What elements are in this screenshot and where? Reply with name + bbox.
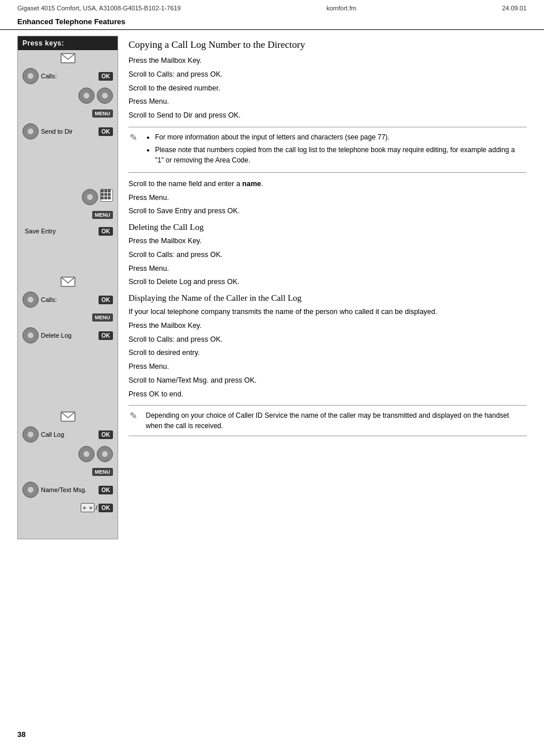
note-icon-2: ✎ bbox=[130, 410, 137, 421]
copy-title: Copying a Call Log Number to the Directo… bbox=[129, 39, 527, 51]
call-log-row: Call Log OK bbox=[18, 425, 118, 444]
delete-title: Deleting the Call Log bbox=[129, 222, 527, 232]
copy-note-box: ✎ For more information about the input o… bbox=[129, 127, 527, 173]
nav-pad-3 bbox=[97, 88, 113, 104]
nav-pad-9 bbox=[78, 446, 95, 462]
press-keys-panel: Press keys: Calls: OK bbox=[17, 36, 118, 539]
send-to-dir-label: Send to Dir bbox=[41, 128, 73, 135]
main-content: Press keys: Calls: OK bbox=[0, 36, 544, 539]
slash-ok: / OK bbox=[81, 503, 113, 512]
delete-step-1: Press the Mailbox Key. bbox=[129, 236, 527, 247]
call-log-label: Call Log bbox=[41, 431, 64, 438]
delete-log-label: Delete Log bbox=[41, 332, 71, 339]
ok-btn-send-to-dir: OK bbox=[99, 127, 113, 136]
copy-step-5: Scroll to Send to Dir and press OK. bbox=[129, 110, 527, 121]
mailbox-key-row-1 bbox=[18, 50, 118, 66]
display-step-6: Press OK to end. bbox=[129, 389, 527, 400]
save-entry-label: Save Entry bbox=[25, 228, 56, 235]
display-note: Depending on your choice of Caller ID Se… bbox=[146, 410, 521, 431]
nav-pad-8 bbox=[22, 426, 39, 443]
mailbox-key-row-2 bbox=[18, 274, 118, 290]
copy-note-1: For more information about the input of … bbox=[155, 132, 521, 142]
menu-btn-4: MENU bbox=[92, 468, 114, 476]
nav-pad-1 bbox=[22, 68, 39, 84]
display-intro: If your local telephone company transmit… bbox=[129, 307, 527, 317]
keyboard-icon bbox=[100, 189, 113, 202]
display-step-1: Press the Mailbox Key. bbox=[129, 320, 527, 331]
page-header: Gigaset 4015 Comfort, USA, A31008-G4015-… bbox=[0, 0, 544, 14]
nav-pad-7 bbox=[22, 327, 39, 343]
display-step-5: Scroll to Name/Text Msg. and press OK. bbox=[129, 375, 527, 386]
menu-row-1: MENU bbox=[18, 105, 118, 122]
nav-pad-6 bbox=[22, 292, 39, 308]
delete-log-row: Delete Log OK bbox=[18, 326, 118, 345]
calls-label-1: Calls: bbox=[41, 73, 57, 80]
delete-step-3: Press Menu. bbox=[129, 263, 527, 274]
copy-step-3: Scroll to the desired number. bbox=[129, 83, 527, 94]
copy-step-1: Press the Mailbox Key. bbox=[129, 55, 527, 66]
menu-btn-1: MENU bbox=[92, 109, 114, 118]
header-center: komfort.fm bbox=[326, 5, 356, 12]
calls-row-2: Calls: OK bbox=[18, 290, 118, 309]
ok-btn-delete-log: OK bbox=[99, 331, 113, 340]
mailbox-key-row-3 bbox=[18, 409, 118, 425]
delete-step-4: Scroll to Delete Log and press OK. bbox=[129, 277, 527, 288]
send-to-dir-row: Send to Dir OK bbox=[18, 122, 118, 141]
menu-row-4: MENU bbox=[18, 464, 118, 480]
mailbox-icon-2 bbox=[61, 277, 75, 287]
ok-btn-calls-1: OK bbox=[99, 72, 113, 81]
display-note-content: Depending on your choice of Caller ID Se… bbox=[146, 410, 521, 431]
display-step-2: Scroll to Calls: and press OK. bbox=[129, 334, 527, 345]
slash-text: / bbox=[96, 504, 97, 511]
nav-pad-inner-1 bbox=[28, 73, 33, 79]
menu-btn-2: MENU bbox=[92, 211, 114, 219]
header-left: Gigaset 4015 Comfort, USA, A31008-G4015-… bbox=[17, 5, 181, 12]
copy-note-content: For more information about the input of … bbox=[146, 132, 521, 168]
nav-pad-4 bbox=[22, 123, 39, 139]
mailbox-icon-3 bbox=[61, 411, 75, 422]
dual-nav-1 bbox=[78, 88, 113, 104]
nav-pad-5 bbox=[82, 189, 98, 205]
header-right: 24.09.01 bbox=[502, 5, 527, 12]
calls-label-2: Calls: bbox=[41, 296, 57, 303]
spacer-2 bbox=[18, 239, 118, 274]
press-keys-header: Press keys: bbox=[18, 36, 118, 50]
spacer-bottom bbox=[18, 516, 118, 539]
tape-icon bbox=[81, 503, 95, 512]
name-bold: name bbox=[242, 180, 261, 188]
nav-pad-11 bbox=[22, 482, 39, 498]
instructions-panel: Copying a Call Log Number to the Directo… bbox=[129, 36, 527, 539]
nav-pad-2 bbox=[78, 88, 95, 104]
dual-nav-2 bbox=[82, 189, 113, 205]
mailbox-icon-1 bbox=[61, 53, 75, 63]
display-note-box: ✎ Depending on your choice of Caller ID … bbox=[129, 405, 527, 436]
copy-step-2: Scroll to Calls: and press OK. bbox=[129, 69, 527, 80]
nav-pad-10 bbox=[97, 446, 113, 462]
tape-ok-row: / OK bbox=[18, 500, 118, 516]
dual-nav-row-1 bbox=[18, 86, 118, 105]
ok-btn-save-entry: OK bbox=[99, 227, 113, 236]
copy-step-8: Scroll to Save Entry and press OK. bbox=[129, 206, 527, 217]
dual-nav-3 bbox=[78, 446, 113, 462]
ok-btn-end: OK bbox=[99, 504, 113, 512]
delete-step-2: Scroll to Calls: and press OK. bbox=[129, 250, 527, 260]
menu-btn-3: MENU bbox=[92, 313, 114, 322]
spacer-3 bbox=[18, 345, 118, 409]
display-title: Displaying the Name of the Caller in the… bbox=[129, 293, 527, 303]
calls-row-1: Calls: OK bbox=[18, 66, 118, 86]
section-heading: Enhanced Telephone Features bbox=[0, 14, 544, 30]
display-step-4: Press Menu. bbox=[129, 361, 527, 372]
dual-nav-row-3 bbox=[18, 444, 118, 464]
copy-step-4: Press Menu. bbox=[129, 96, 527, 107]
ok-btn-call-log: OK bbox=[99, 430, 113, 439]
page-number: 38 bbox=[17, 730, 25, 739]
ok-btn-calls-2: OK bbox=[99, 296, 113, 304]
menu-row-3: MENU bbox=[18, 309, 118, 326]
display-step-3: Scroll to desired entry. bbox=[129, 347, 527, 358]
dual-nav-row-2 bbox=[18, 187, 118, 207]
save-entry-row: Save Entry OK bbox=[18, 223, 118, 239]
name-text-msg-label: Name/Text Msg. bbox=[41, 486, 86, 493]
grid-icon bbox=[101, 190, 112, 201]
ok-btn-name-text-msg: OK bbox=[99, 486, 113, 494]
name-text-msg-row: Name/Text Msg. OK bbox=[18, 480, 118, 500]
